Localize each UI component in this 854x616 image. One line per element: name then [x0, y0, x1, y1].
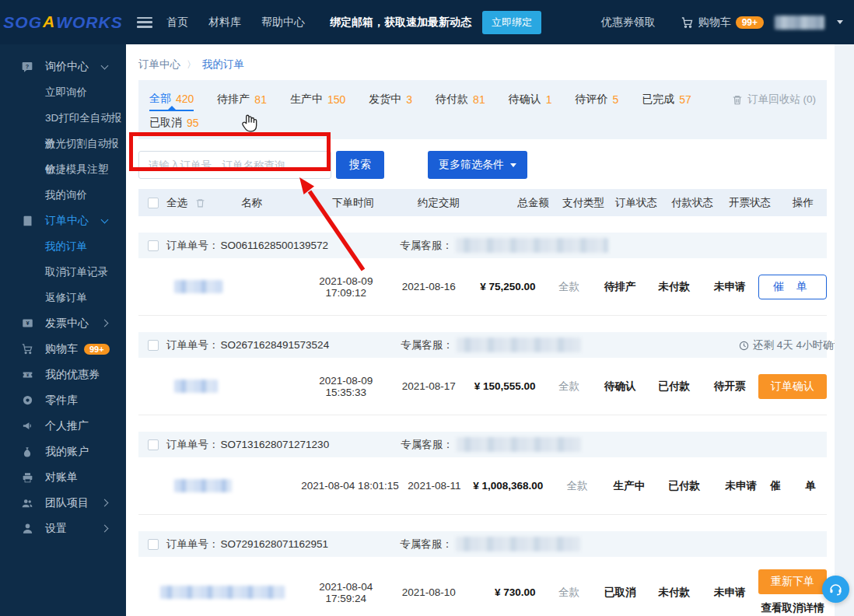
person-icon: [20, 522, 34, 536]
order-checkbox[interactable]: [148, 439, 159, 450]
logo-sog: SOG: [3, 13, 42, 32]
nav-help-center[interactable]: 帮助中心: [261, 16, 305, 30]
breadcrumb-separator: 〉: [187, 58, 196, 72]
tab-all[interactable]: 全部420: [149, 88, 194, 111]
tab-completed[interactable]: 已完成57: [642, 88, 691, 111]
sidebar-subitem-my-inquiries[interactable]: 我的询价: [0, 182, 126, 208]
order-no: SO2671628491573524: [221, 339, 330, 351]
tab-pending-confirmation[interactable]: 待确认1: [509, 88, 552, 111]
sidebar-item-label: 询价中心: [45, 60, 89, 74]
logo-bolt-a: A: [43, 12, 55, 31]
coupon-claim-link[interactable]: 优惠券领取: [601, 16, 656, 30]
sidebar-item-statement[interactable]: 对账单: [0, 464, 126, 490]
invoice-status: 待开票: [702, 380, 758, 394]
table-header: 全选 名称 下单时间 约定交期 总金额 支付类型 订单状态 付款状态 开票状态 …: [138, 189, 827, 216]
sidebar-subitem-my-orders[interactable]: 我的订单: [0, 233, 126, 259]
sidebar-item-invoice-center[interactable]: ¥ 发票中心: [0, 310, 126, 336]
order-checkbox[interactable]: [148, 539, 159, 550]
tab-shipping[interactable]: 发货中3: [369, 88, 412, 111]
topbar: SOGAWORKS 首页 材料库 帮助中心 绑定邮箱，获取速加最新动态 立即绑定…: [0, 0, 854, 44]
user-menu-caret-icon[interactable]: [837, 20, 843, 24]
order-name-redacted: [174, 380, 218, 393]
tab-in-production[interactable]: 生产中150: [290, 88, 345, 111]
bind-now-button[interactable]: 立即绑定: [482, 11, 541, 34]
nav-materials[interactable]: 材料库: [208, 16, 241, 30]
svg-text:?: ?: [26, 62, 30, 69]
sidebar-subitem-cancelled-orders[interactable]: 取消订单记录: [0, 259, 126, 285]
sidebar: ? 询价中心 立即询价 3D打印全自动报价 激光切割自动报价 敏捷模具注塑 我的…: [0, 44, 126, 616]
order-time: 2021-08-04 18:01:15: [301, 480, 399, 492]
sidebar-item-order-center[interactable]: 订单中心: [0, 208, 126, 233]
order-row[interactable]: 2021-08-04 18:01:15 2021-08-11 ¥ 1,008,3…: [138, 457, 827, 515]
order-list: 订单单号： SO0611628500139572 专属客服： 2021-08-0…: [138, 233, 827, 616]
breadcrumb: 订单中心 〉 我的订单: [138, 57, 822, 72]
sidebar-item-personal-promotion[interactable]: 个人推广: [0, 413, 126, 439]
order-no: SO0611628500139572: [221, 240, 329, 251]
header-payment-status: 付款状态: [664, 196, 720, 210]
confirm-order-button[interactable]: 订单确认: [758, 374, 827, 399]
order-time: 2021-08-04 17:59:24: [298, 581, 394, 604]
sidebar-item-label: 订单中心: [45, 214, 89, 228]
invoice-status: 未申请: [702, 280, 758, 294]
avatar[interactable]: [775, 16, 824, 30]
search-input[interactable]: [138, 151, 331, 179]
order-row[interactable]: 2021-08-09 15:35:33 2021-08-17 ¥ 150,555…: [138, 358, 827, 415]
chevron-right-icon: [101, 320, 109, 327]
sidebar-item-settings[interactable]: 设置: [0, 516, 126, 541]
delivery-date: 2021-08-16: [394, 281, 464, 292]
order-status: 待排产: [593, 280, 647, 294]
tab-pending-payment[interactable]: 待付款81: [436, 88, 485, 111]
tab-pending-review[interactable]: 待评价5: [575, 88, 618, 111]
order-recycle-bin[interactable]: 订单回收站 (0): [732, 93, 816, 107]
search-row: 搜索 更多筛选条件: [138, 150, 822, 180]
breadcrumb-my-orders[interactable]: 我的订单: [202, 58, 244, 72]
order-checkbox[interactable]: [148, 340, 159, 351]
sidebar-item-inquiry-center[interactable]: ? 询价中心: [0, 54, 126, 79]
cart-count-badge: 99+: [84, 344, 110, 355]
sidebar-item-cart[interactable]: 购物车 99+: [0, 336, 126, 362]
sidebar-item-team-projects[interactable]: 团队项目: [0, 490, 126, 516]
sidebar-subitem-3d-print-quote[interactable]: 3D打印全自动报价: [0, 105, 126, 131]
view-cancel-details-link[interactable]: 查看取消详情: [761, 601, 824, 615]
order-group: 订单单号： SO7131628071271230 专属客服： 2021-08-0…: [138, 432, 827, 515]
sidebar-subitem-inquire-now[interactable]: 立即询价: [0, 79, 126, 105]
order-row[interactable]: 2021-08-04 17:59:24 2021-08-10 ¥ 730.00 …: [138, 557, 827, 616]
clipboard-icon: [20, 214, 34, 228]
breadcrumb-order-center[interactable]: 订单中心: [138, 58, 180, 72]
urge-order-button[interactable]: 催 单: [758, 275, 827, 299]
trash-icon[interactable]: [195, 198, 205, 208]
sidebar-subitem-rapid-mold[interactable]: 敏捷模具注塑: [0, 156, 126, 182]
sidebar-item-my-account[interactable]: 我的账户: [0, 439, 126, 464]
nav-home[interactable]: 首页: [166, 16, 188, 30]
order-checkbox[interactable]: [148, 240, 159, 251]
cs-label: 专属客服：: [400, 537, 453, 551]
reorder-button[interactable]: 重新下单: [758, 569, 827, 594]
chevron-down-icon: [101, 216, 109, 224]
logo[interactable]: SOGAWORKS: [0, 13, 126, 32]
tab-cancelled[interactable]: 已取消95: [149, 111, 199, 135]
sidebar-item-label: 发票中心: [45, 317, 89, 331]
order-row[interactable]: 2021-08-09 17:09:12 2021-08-16 ¥ 75,250.…: [138, 258, 827, 316]
order-header-strip: 订单单号： SO0611628500139572 专属客服：: [138, 233, 827, 258]
order-name-redacted: [160, 586, 285, 599]
hamburger-menu-icon[interactable]: [137, 17, 152, 28]
customer-service-button[interactable]: [822, 576, 849, 603]
sidebar-subitem-laser-cut-quote[interactable]: 激光切割自动报价: [0, 131, 126, 156]
invoice-icon: ¥: [20, 317, 34, 331]
tab-count: 150: [327, 93, 345, 106]
order-no-label: 订单单号：: [166, 438, 219, 452]
header-name: 名称: [241, 196, 262, 210]
topbar-right: 优惠券领取 购物车 99+: [601, 16, 854, 30]
coupon-icon: ¥: [20, 368, 34, 382]
more-filters-button[interactable]: 更多筛选条件: [428, 151, 527, 179]
urge-order-link[interactable]: 催 单: [770, 480, 827, 492]
sidebar-item-parts-library[interactable]: 零件库: [0, 387, 126, 413]
search-button[interactable]: 搜索: [336, 151, 384, 179]
select-all-checkbox[interactable]: [148, 198, 159, 208]
order-status: 已取消: [593, 586, 647, 600]
sidebar-item-my-coupons[interactable]: ¥ 我的优惠券: [0, 362, 126, 387]
sidebar-subitem-repair-orders[interactable]: 返修订单: [0, 285, 126, 310]
cs-label: 专属客服：: [401, 338, 453, 352]
cart-link[interactable]: 购物车 99+: [681, 16, 764, 30]
tab-pending-scheduling[interactable]: 待排产81: [217, 88, 267, 111]
